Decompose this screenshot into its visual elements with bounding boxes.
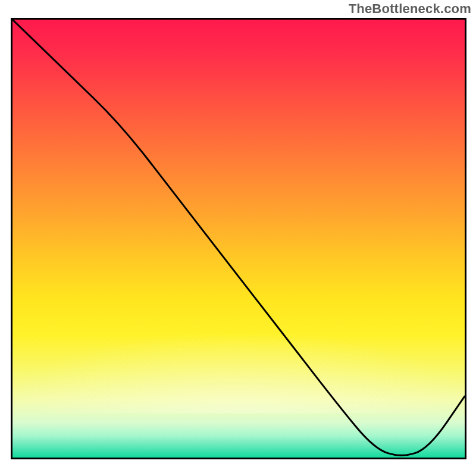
plot-area: [11, 18, 466, 459]
curve-path: [12, 20, 465, 455]
optimal-range-marker: [368, 458, 422, 459]
chart-root: TheBottleneck.com: [0, 0, 476, 476]
attribution-text: TheBottleneck.com: [349, 1, 471, 17]
bottleneck-curve: [12, 20, 465, 458]
